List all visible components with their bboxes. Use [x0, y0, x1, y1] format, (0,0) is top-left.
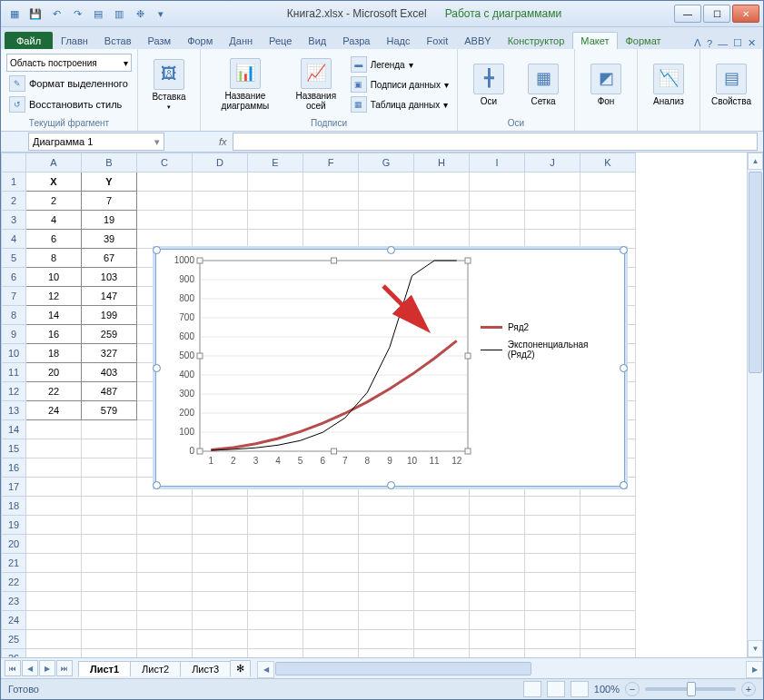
- cell[interactable]: [359, 535, 414, 554]
- row-header[interactable]: 11: [2, 363, 26, 382]
- cell[interactable]: [470, 554, 525, 573]
- cell[interactable]: [248, 630, 303, 649]
- cell[interactable]: [248, 573, 303, 592]
- cell[interactable]: [137, 497, 193, 516]
- zoom-level[interactable]: 100%: [594, 684, 620, 695]
- cell[interactable]: 18: [26, 344, 82, 363]
- save-icon[interactable]: 💾: [25, 4, 45, 24]
- data-table-button[interactable]: ▦Таблица данных ▾: [348, 95, 451, 113]
- cell[interactable]: [580, 497, 636, 516]
- row-header[interactable]: 19: [2, 516, 26, 535]
- column-header[interactable]: C: [137, 153, 193, 173]
- tab-insert[interactable]: Встав: [96, 32, 140, 49]
- cell[interactable]: [525, 230, 580, 249]
- minimize-button[interactable]: —: [674, 5, 701, 23]
- row-header[interactable]: 14: [2, 420, 26, 439]
- cell[interactable]: 16: [26, 325, 82, 344]
- view-layout-button[interactable]: [547, 681, 565, 697]
- cell[interactable]: [580, 230, 636, 249]
- cell[interactable]: [359, 516, 414, 535]
- cell[interactable]: [303, 535, 359, 554]
- cell[interactable]: [359, 649, 414, 658]
- cell[interactable]: [580, 630, 636, 649]
- tab-home[interactable]: Главн: [53, 32, 96, 49]
- cell[interactable]: [525, 611, 580, 630]
- cell[interactable]: [26, 535, 82, 554]
- cell[interactable]: [359, 230, 414, 249]
- qa-icon[interactable]: ▥: [109, 4, 129, 24]
- zoom-in-button[interactable]: +: [741, 682, 756, 696]
- cell[interactable]: [525, 211, 580, 230]
- cell[interactable]: [193, 211, 248, 230]
- resize-handle[interactable]: [153, 481, 161, 489]
- cell[interactable]: [137, 630, 193, 649]
- resize-handle[interactable]: [387, 481, 395, 489]
- cell[interactable]: [82, 516, 137, 535]
- cell[interactable]: [470, 173, 525, 192]
- row-header[interactable]: 3: [2, 211, 26, 230]
- cell[interactable]: [193, 535, 248, 554]
- cell[interactable]: [580, 516, 636, 535]
- cell[interactable]: [414, 230, 470, 249]
- cell[interactable]: [26, 497, 82, 516]
- resize-handle[interactable]: [387, 246, 395, 254]
- cell[interactable]: 14: [26, 306, 82, 325]
- cell[interactable]: [580, 573, 636, 592]
- cell[interactable]: 67: [82, 249, 137, 268]
- cell[interactable]: [525, 573, 580, 592]
- row-header[interactable]: 1: [2, 173, 26, 192]
- data-labels-button[interactable]: ▣Подписи данных ▾: [348, 75, 451, 94]
- tab-file[interactable]: Файл: [5, 32, 53, 49]
- cell[interactable]: [359, 192, 414, 211]
- cell[interactable]: [26, 611, 82, 630]
- cell[interactable]: [137, 649, 193, 658]
- cell[interactable]: 7: [82, 192, 137, 211]
- cell[interactable]: [193, 516, 248, 535]
- reset-style-button[interactable]: ↺Восстановить стиль: [6, 95, 132, 113]
- cell[interactable]: [359, 173, 414, 192]
- cell[interactable]: 6: [26, 230, 82, 249]
- cell[interactable]: [470, 630, 525, 649]
- column-header[interactable]: B: [82, 153, 137, 173]
- cell[interactable]: [470, 230, 525, 249]
- row-header[interactable]: 9: [2, 325, 26, 344]
- cell[interactable]: [82, 420, 137, 439]
- cell[interactable]: 39: [82, 230, 137, 249]
- row-header[interactable]: 24: [2, 611, 26, 630]
- cell[interactable]: [82, 630, 137, 649]
- cell[interactable]: [137, 211, 193, 230]
- cell[interactable]: [580, 554, 636, 573]
- column-header[interactable]: J: [525, 153, 580, 173]
- cell[interactable]: [193, 611, 248, 630]
- cell[interactable]: [248, 649, 303, 658]
- tab-design[interactable]: Конструктор: [500, 32, 573, 49]
- cell[interactable]: [193, 192, 248, 211]
- cell[interactable]: [82, 592, 137, 611]
- cell[interactable]: [303, 649, 359, 658]
- cell[interactable]: [26, 458, 82, 478]
- scroll-right-button[interactable]: ▶: [746, 661, 763, 678]
- cell[interactable]: 103: [82, 268, 137, 287]
- cell[interactable]: [414, 535, 470, 554]
- formula-bar[interactable]: [233, 133, 758, 151]
- scroll-thumb[interactable]: [275, 662, 531, 675]
- cell[interactable]: [525, 649, 580, 658]
- cell[interactable]: [193, 649, 248, 658]
- cell[interactable]: [82, 611, 137, 630]
- tab-abby[interactable]: ABBY: [456, 32, 499, 49]
- axes-button[interactable]: ╋Оси: [463, 62, 514, 108]
- resize-handle[interactable]: [620, 481, 628, 489]
- cell[interactable]: [525, 592, 580, 611]
- doc-close-icon[interactable]: ✕: [748, 37, 756, 49]
- cell[interactable]: [26, 573, 82, 592]
- cell[interactable]: 24: [26, 401, 82, 420]
- insert-button[interactable]: 🖼 Вставка▾: [144, 57, 194, 113]
- cell[interactable]: [137, 230, 193, 249]
- column-header[interactable]: H: [414, 153, 470, 173]
- sheet-nav-next[interactable]: ▶: [39, 660, 55, 676]
- cell[interactable]: [303, 516, 359, 535]
- scroll-down-button[interactable]: ▼: [748, 640, 763, 657]
- row-header[interactable]: 8: [2, 306, 26, 325]
- cell[interactable]: [26, 439, 82, 458]
- redo-icon[interactable]: ↷: [67, 4, 87, 24]
